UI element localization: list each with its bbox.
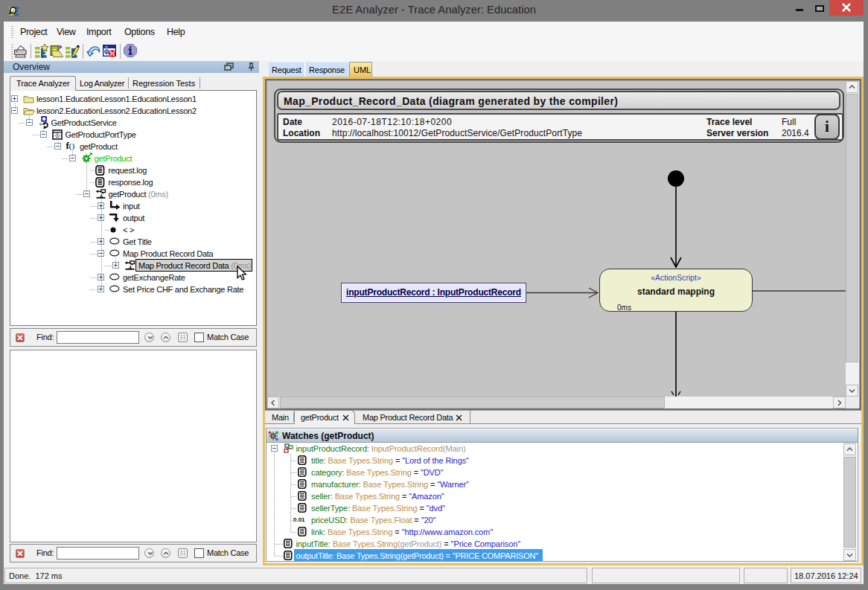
- svg-text:i: i: [106, 49, 107, 54]
